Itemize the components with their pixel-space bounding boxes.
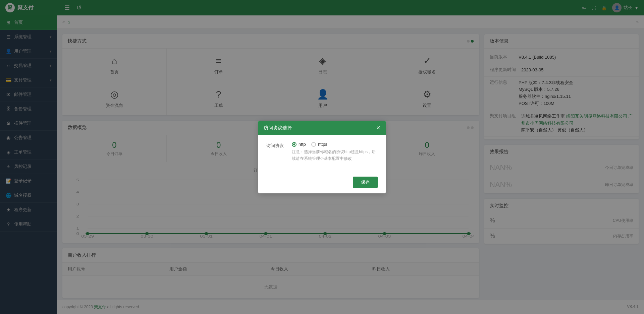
- protocol-radio-group: http https: [292, 142, 378, 147]
- modal-overlay[interactable]: 访问协议选择 ✕ 访问协议 http https: [0, 0, 644, 314]
- radio-https-circle: [311, 142, 316, 147]
- modal-body: 访问协议 http https 注意：选择当前你域名的协议http还是https…: [258, 135, 386, 172]
- modal-close-icon[interactable]: ✕: [376, 125, 380, 131]
- modal-title: 访问协议选择: [264, 125, 292, 131]
- radio-http-circle: [292, 142, 297, 147]
- radio-https[interactable]: https: [311, 142, 327, 147]
- protocol-field-label: 访问协议: [266, 142, 286, 149]
- radio-http-label: http: [299, 142, 306, 147]
- modal-header: 访问协议选择 ✕: [258, 121, 386, 135]
- protocol-modal: 访问协议选择 ✕ 访问协议 http https: [258, 121, 386, 193]
- modal-save-button[interactable]: 保存: [353, 177, 378, 188]
- modal-footer: 保存: [258, 173, 386, 193]
- radio-https-label: https: [318, 142, 327, 147]
- protocol-field-content: http https 注意：选择当前你域名的协议http还是https，后续请在…: [292, 142, 378, 162]
- modal-note: 注意：选择当前你域名的协议http还是https，后续请在系统管理->基本配置中…: [292, 149, 378, 162]
- modal-protocol-row: 访问协议 http https 注意：选择当前你域名的协议http还是https…: [266, 142, 378, 162]
- radio-http[interactable]: http: [292, 142, 306, 147]
